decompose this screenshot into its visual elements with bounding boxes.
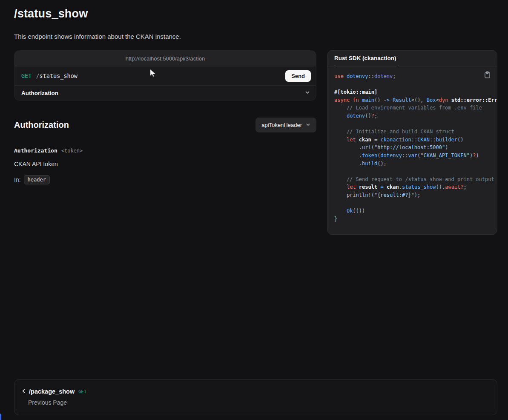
previous-page-path: /package_show xyxy=(29,388,75,395)
path-slash: / xyxy=(36,72,39,79)
code-line: dotenv()?; xyxy=(334,112,497,120)
authorization-heading: Authorization xyxy=(14,120,69,130)
path-name: status_show xyxy=(40,72,77,79)
clipboard-icon xyxy=(484,73,491,80)
send-button[interactable]: Send xyxy=(285,70,311,82)
authorization-section-header: Authorization apiTokenHeader xyxy=(14,117,316,133)
code-tabs: Rust SDK (ckanaction) xyxy=(327,51,497,67)
auth-param-type: <token> xyxy=(61,148,83,154)
edge-scroll-artifact xyxy=(0,414,1,420)
code-line: async fn main() -> Result<(), Box<dyn st… xyxy=(334,96,497,104)
code-area: use dotenvy::dotenv; #[tokio::main]async… xyxy=(327,67,497,235)
code-line: let ckan = ckanaction::CKAN::builder() xyxy=(334,136,497,144)
code-line: // Load environment variables from .env … xyxy=(334,104,497,112)
code-block: use dotenvy::dotenv; #[tokio::main]async… xyxy=(334,72,497,223)
code-line: println!("{result:#?}"); xyxy=(334,191,497,199)
previous-page-method: GET xyxy=(78,389,86,394)
code-line xyxy=(334,120,497,128)
previous-page-label: Previous Page xyxy=(28,399,490,406)
auth-scheme-select[interactable]: apiTokenHeader xyxy=(255,118,316,132)
code-line xyxy=(334,199,497,207)
chevron-down-icon xyxy=(305,90,310,96)
auth-scheme-value: apiTokenHeader xyxy=(261,122,302,128)
code-line: // Initialize and build CKAN struct xyxy=(334,128,497,136)
previous-page-title-row: /package_show GET xyxy=(21,388,490,395)
request-playground-card: http://localhost:5000/api/3/action GET /… xyxy=(14,50,316,101)
request-path: /status_show xyxy=(36,72,77,79)
page-title: /status_show xyxy=(14,7,88,20)
previous-page-card[interactable]: /package_show GET Previous Page xyxy=(14,379,497,415)
code-line: use dotenvy::dotenv; xyxy=(334,72,497,81)
endpoint-description: This endpoint shows information about th… xyxy=(14,33,181,40)
code-line: // Send request to /status_show and prin… xyxy=(334,175,497,184)
auth-collapse-label: Authorization xyxy=(21,90,58,96)
code-line: #[tokio::main] xyxy=(334,88,497,96)
in-value-badge: header xyxy=(24,175,50,184)
in-label: In: xyxy=(14,176,21,183)
auth-param-description: CKAN API token xyxy=(14,161,58,167)
chevron-left-icon xyxy=(21,388,26,395)
code-line xyxy=(334,81,497,89)
auth-param-name: Authorization xyxy=(14,147,57,154)
code-line: .url("http://localhost:5000") xyxy=(334,144,497,152)
code-line: .token(dotenvy::var("CKAN_API_TOKEN")?) xyxy=(334,152,497,160)
http-method-label: GET xyxy=(21,72,32,79)
code-line xyxy=(334,167,497,175)
code-example-panel: Rust SDK (ckanaction) use dotenvy::doten… xyxy=(327,50,497,235)
base-url-text: http://localhost:5000/api/3/action xyxy=(126,55,205,62)
auth-collapse-row[interactable]: Authorization xyxy=(14,85,316,100)
code-line: .build(); xyxy=(334,160,497,168)
request-row: GET /status_show Send xyxy=(14,66,316,85)
code-line: } xyxy=(334,215,497,223)
base-url-bar[interactable]: http://localhost:5000/api/3/action xyxy=(14,51,316,66)
chevron-down-icon xyxy=(306,122,310,128)
code-line: Ok(()) xyxy=(334,207,497,215)
copy-code-button[interactable] xyxy=(483,70,491,81)
auth-param-row: Authorization<token> xyxy=(14,147,83,154)
auth-param-in-row: In: header xyxy=(14,175,50,184)
tab-rust-sdk[interactable]: Rust SDK (ckanaction) xyxy=(334,55,396,65)
code-line: let result = ckan.status_show().await?; xyxy=(334,183,497,191)
